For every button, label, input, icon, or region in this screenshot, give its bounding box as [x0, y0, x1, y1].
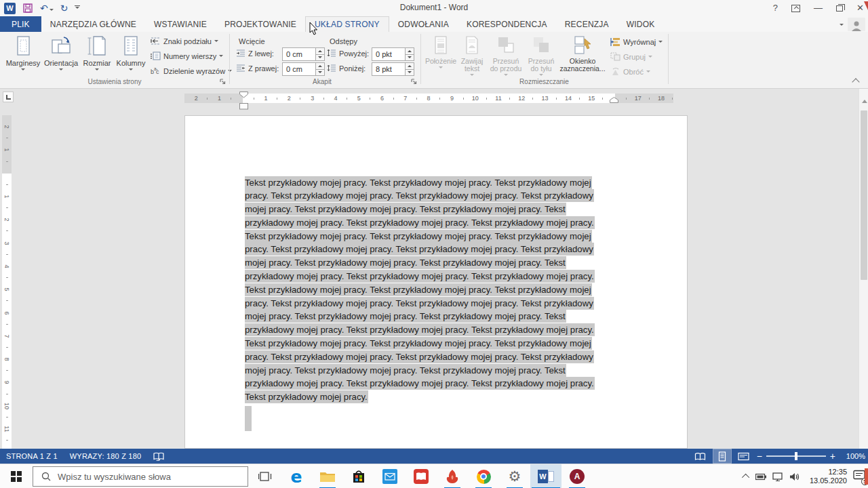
minimize-button[interactable]: —: [814, 3, 823, 13]
z-prawej-input[interactable]: 0 cm: [282, 62, 316, 76]
taskbar-search[interactable]: [33, 466, 248, 487]
search-input[interactable]: [58, 472, 220, 482]
tab-widok[interactable]: WIDOK: [618, 16, 664, 32]
rozmiar-button[interactable]: Rozmiar: [81, 35, 113, 73]
text-line[interactable]: pracy. Tekst przykładowy mojej pracy. Te…: [245, 190, 622, 204]
z-prawej-increment[interactable]: [316, 63, 324, 69]
zoom-out-button[interactable]: −: [757, 453, 762, 460]
taskbar-a-app[interactable]: A: [561, 464, 593, 488]
help-button[interactable]: ?: [773, 3, 778, 13]
orientacja-button[interactable]: Orientacja: [42, 35, 80, 73]
taskbar-chrome[interactable]: [468, 464, 499, 488]
document-text[interactable]: Tekst przykładowy mojej pracy. Tekst prz…: [245, 177, 622, 405]
powyzej-input[interactable]: 0 pkt: [372, 47, 406, 61]
proofing-icon[interactable]: [147, 449, 170, 464]
text-line[interactable]: mojej pracy. Tekst przykładowy mojej pra…: [245, 365, 622, 378]
customize-quick-access-icon[interactable]: [75, 5, 80, 11]
taskbar-clock[interactable]: 12:35 13.05.2020: [806, 468, 847, 485]
zoom-in-button[interactable]: +: [830, 453, 835, 460]
left-indent-marker[interactable]: [239, 103, 248, 110]
z-lewej-input[interactable]: 0 cm: [282, 47, 316, 61]
account-dropdown-caret[interactable]: [840, 24, 844, 28]
scrollbar-thumb[interactable]: [861, 110, 867, 280]
marginesy-button[interactable]: Marginesy: [4, 35, 42, 73]
znaki-podzialu-button[interactable]: Znaki podziału: [151, 37, 218, 45]
save-icon[interactable]: [22, 3, 33, 14]
tab-projektowanie[interactable]: PROJEKTOWANIE: [216, 16, 305, 32]
avatar[interactable]: [848, 18, 865, 31]
right-indent-marker[interactable]: [610, 97, 618, 103]
zoom-slider[interactable]: [766, 455, 826, 457]
tab-wstawianie[interactable]: WSTAWIANIE: [145, 16, 216, 32]
vertical-scrollbar[interactable]: [859, 89, 868, 449]
speaker-icon[interactable]: [789, 472, 800, 481]
ponizej-input[interactable]: 8 pkt: [372, 62, 406, 76]
tab-odwolania[interactable]: ODWOŁANIA: [389, 16, 458, 32]
ponizej-increment[interactable]: [406, 63, 414, 69]
page-indicator[interactable]: STRONA 1 Z 1: [0, 449, 64, 464]
tab-recenzja[interactable]: RECENZJA: [556, 16, 618, 32]
tab-plik[interactable]: PLIK: [0, 16, 41, 32]
print-layout-button[interactable]: [713, 449, 731, 463]
kolumny-button[interactable]: Kolumny: [114, 35, 148, 73]
horizontal-ruler[interactable]: 211234567891011121314151718: [184, 94, 673, 103]
tab-stop-selector[interactable]: [3, 92, 14, 102]
zoom-level[interactable]: 100%: [840, 452, 865, 460]
vertical-ruler[interactable]: 211234567891011: [2, 115, 12, 449]
wyrownaj-button[interactable]: Wyrównaj: [610, 37, 663, 46]
zoom-slider-thumb[interactable]: [795, 452, 797, 460]
restore-button[interactable]: [836, 5, 843, 12]
task-view-button[interactable]: [250, 464, 281, 488]
text-line[interactable]: mojej pracy. Tekst przykładowy mojej pra…: [245, 204, 622, 218]
first-line-indent-marker[interactable]: [239, 92, 248, 98]
tab-narzedzia-glowne[interactable]: NARZĘDZIA GŁÓWNE: [41, 16, 145, 32]
taskbar-store[interactable]: [343, 464, 374, 488]
okienko-zaznaczenia-button[interactable]: Okienko zaznaczenia...: [559, 35, 606, 73]
taskbar-red-book-app[interactable]: [406, 464, 437, 488]
undo-button[interactable]: ↶: [40, 2, 54, 14]
text-line[interactable]: pracy. Tekst przykładowy mojej pracy. Te…: [245, 244, 622, 258]
scroll-up-arrow[interactable]: [862, 97, 867, 103]
page-setup-dialog-launcher[interactable]: [220, 79, 226, 85]
tray-chevron-icon[interactable]: [742, 474, 749, 481]
ribbon-display-options-icon[interactable]: [791, 5, 800, 12]
taskbar-red-app[interactable]: [437, 464, 468, 488]
collapse-ribbon-icon[interactable]: [852, 78, 859, 85]
text-line[interactable]: mojej pracy. Tekst przykładowy mojej pra…: [245, 258, 622, 271]
text-line[interactable]: przykładowy mojej pracy. Tekst przykłado…: [245, 271, 622, 285]
text-line[interactable]: Tekst przykładowy mojej pracy. Tekst prz…: [245, 177, 622, 190]
text-line[interactable]: przykładowy mojej pracy. Tekst przykłado…: [245, 325, 622, 338]
numery-wierszy-button[interactable]: Numery wierszy: [151, 52, 223, 60]
web-layout-button[interactable]: [735, 449, 753, 463]
tab-korespondencja[interactable]: KORESPONDENCJA: [458, 16, 556, 32]
powyzej-decrement[interactable]: [406, 54, 414, 61]
z-prawej-decrement[interactable]: [316, 69, 324, 76]
dzielenie-wyrazow-button[interactable]: b c a- Dzielenie wyrazów: [151, 66, 232, 75]
text-line[interactable]: pracy. Tekst przykładowy mojej pracy. Te…: [245, 351, 622, 365]
start-button[interactable]: [0, 464, 33, 488]
notification-center-icon[interactable]: 5: [853, 470, 865, 483]
z-lewej-decrement[interactable]: [316, 54, 324, 61]
taskbar-word[interactable]: W: [530, 464, 561, 488]
taskbar-settings[interactable]: ⚙: [499, 464, 530, 488]
taskbar-mail[interactable]: [374, 464, 406, 488]
text-line[interactable]: pracy. Tekst przykładowy mojej pracy. Te…: [245, 298, 622, 311]
taskbar-file-explorer[interactable]: [312, 464, 343, 488]
text-line[interactable]: Tekst przykładowy mojej pracy. Tekst prz…: [245, 338, 622, 352]
read-mode-button[interactable]: [692, 449, 709, 463]
paragraph-dialog-launcher[interactable]: [411, 79, 418, 85]
undo-dropdown-caret[interactable]: [50, 9, 54, 13]
text-line[interactable]: Tekst przykładowy mojej pracy. Tekst prz…: [245, 230, 622, 244]
text-line[interactable]: przykładowy mojej pracy. Tekst przykłado…: [245, 378, 622, 392]
taskbar-edge[interactable]: e: [281, 464, 312, 488]
word-count[interactable]: WYRAZY: 180 Z 180: [64, 449, 148, 464]
text-line[interactable]: Tekst przykładowy mojej pracy. Tekst prz…: [245, 284, 622, 298]
text-line[interactable]: przykładowy mojej pracy. Tekst przykłado…: [245, 217, 622, 230]
text-line[interactable]: Tekst przykładowy mojej pracy.: [245, 392, 622, 405]
text-line[interactable]: mojej pracy. Tekst przykładowy mojej pra…: [245, 311, 622, 325]
battery-icon[interactable]: [755, 473, 766, 481]
document-page[interactable]: Tekst przykładowy mojej pracy. Tekst prz…: [184, 115, 688, 449]
ponizej-decrement[interactable]: [406, 69, 414, 76]
network-icon[interactable]: [772, 472, 783, 481]
z-lewej-increment[interactable]: [316, 48, 324, 54]
